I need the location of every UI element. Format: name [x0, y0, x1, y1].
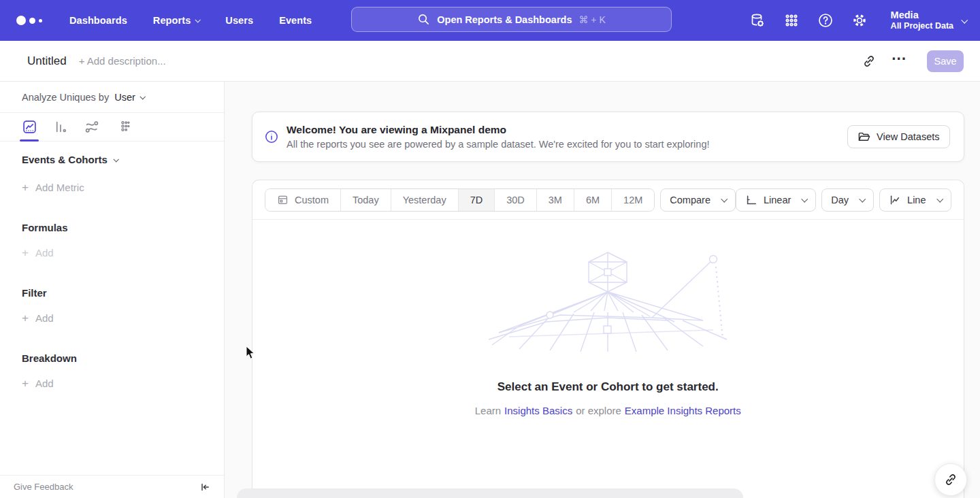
- plus-icon: +: [22, 378, 29, 389]
- global-search-input[interactable]: Open Reports & Dashboards ⌘ + K: [351, 7, 672, 32]
- range-yesterday[interactable]: Yesterday: [391, 189, 458, 211]
- chevron-down-icon: [113, 156, 118, 162]
- search-icon: [417, 13, 430, 26]
- settings-gear-icon[interactable]: [851, 12, 868, 29]
- example-insights-reports-link[interactable]: Example Insights Reports: [625, 405, 741, 416]
- nav-events[interactable]: Events: [279, 15, 312, 26]
- empty-state-title: Select an Event or Cohort to get started…: [497, 380, 719, 394]
- calendar-icon: [277, 194, 289, 205]
- project-name: Media: [891, 9, 953, 21]
- visualization-tabs: [0, 113, 224, 142]
- chevron-down-icon: [936, 196, 943, 203]
- analyze-row: Analyze Uniques by User: [0, 82, 224, 113]
- range-custom[interactable]: Custom: [265, 189, 340, 211]
- banner-title: Welcome! You are viewing a Mixpanel demo: [287, 124, 710, 136]
- banner-subtitle: All the reports you see are powered by a…: [287, 139, 710, 150]
- link-icon: [862, 54, 876, 68]
- empty-state-illustration: [478, 250, 737, 353]
- range-3m[interactable]: 3M: [536, 189, 574, 211]
- add-filter-button[interactable]: +Add: [22, 312, 224, 324]
- line-chart-icon: [889, 194, 901, 206]
- interval-dropdown[interactable]: Day: [821, 188, 874, 212]
- empty-state: Select an Event or Cohort to get started…: [252, 220, 964, 416]
- chevron-down-icon: [195, 17, 201, 22]
- chevron-down-icon: [721, 196, 728, 203]
- range-12m[interactable]: 12M: [611, 189, 654, 211]
- report-description-placeholder[interactable]: + Add description...: [79, 55, 166, 67]
- analyze-label: Analyze Uniques by: [22, 92, 109, 103]
- copy-link-button[interactable]: [858, 50, 881, 73]
- help-icon[interactable]: [817, 12, 834, 29]
- range-7d[interactable]: 7D: [458, 189, 495, 211]
- tab-flows[interactable]: [76, 113, 108, 141]
- formulas-section-title: Formulas: [22, 222, 224, 233]
- add-breakdown-button[interactable]: +Add: [22, 378, 224, 389]
- tab-bar-chart[interactable]: [45, 113, 76, 141]
- chart-controls: Custom Today Yesterday 7D 30D 3M 6M 12M …: [252, 180, 964, 220]
- filter-section-title: Filter: [22, 287, 224, 299]
- plus-icon: +: [22, 312, 29, 324]
- query-builder-sidebar: Analyze Uniques by User Events & Cohorts…: [0, 82, 225, 498]
- compare-dropdown[interactable]: Compare: [660, 188, 736, 212]
- insights-chart-card: Custom Today Yesterday 7D 30D 3M 6M 12M …: [252, 180, 964, 498]
- range-6m[interactable]: 6M: [574, 189, 611, 211]
- breakdown-section-title: Breakdown: [22, 352, 224, 364]
- welcome-banner: Welcome! You are viewing a Mixpanel demo…: [252, 112, 964, 162]
- breakdown-table-sheet[interactable]: [237, 488, 743, 498]
- insights-basics-link[interactable]: Insights Basics: [504, 405, 572, 416]
- events-cohorts-section-title[interactable]: Events & Cohorts: [22, 154, 224, 165]
- project-subtitle: All Project Data: [891, 21, 953, 32]
- sidebar-footer: Give Feedback: [0, 475, 224, 498]
- empty-state-links: Learn Insights Basics or explore Example…: [475, 405, 741, 416]
- scale-dropdown[interactable]: Linear: [736, 188, 816, 212]
- search-shortcut: ⌘ + K: [578, 14, 605, 25]
- tab-segmentation[interactable]: [108, 113, 139, 141]
- report-title[interactable]: Untitled: [27, 54, 67, 68]
- view-datasets-button[interactable]: View Datasets: [847, 125, 949, 148]
- nav-users[interactable]: Users: [225, 15, 253, 26]
- search-placeholder: Open Reports & Dashboards: [437, 14, 572, 25]
- project-selector[interactable]: Media All Project Data: [891, 9, 966, 32]
- range-today[interactable]: Today: [340, 189, 391, 211]
- folder-icon: [858, 131, 870, 144]
- chart-type-dropdown[interactable]: Line: [879, 188, 951, 212]
- give-feedback-link[interactable]: Give Feedback: [14, 482, 73, 492]
- floating-share-link-button[interactable]: [934, 463, 967, 496]
- report-header: Untitled + Add description... ⋯ Save: [0, 41, 980, 82]
- add-formula-button[interactable]: +Add: [22, 247, 224, 259]
- range-30d[interactable]: 30D: [494, 189, 536, 211]
- tab-insights-line[interactable]: [14, 113, 45, 141]
- chevron-down-icon: [140, 94, 145, 99]
- primary-nav: Dashboards Reports Users Events: [69, 15, 312, 26]
- add-metric-button[interactable]: +Add Metric: [22, 182, 224, 193]
- save-button[interactable]: Save: [927, 50, 964, 72]
- ellipsis-icon: ⋯: [892, 59, 907, 64]
- analyze-by-dropdown[interactable]: User: [114, 92, 144, 103]
- data-management-icon[interactable]: [749, 12, 766, 29]
- plus-icon: +: [22, 247, 29, 259]
- top-nav-right: Media All Project Data: [749, 0, 966, 41]
- more-options-button[interactable]: ⋯: [887, 50, 911, 73]
- top-nav: Dashboards Reports Users Events Open Rep…: [0, 0, 980, 41]
- apps-grid-icon[interactable]: [783, 12, 800, 29]
- link-icon: [944, 473, 958, 486]
- mixpanel-logo[interactable]: [16, 16, 42, 25]
- linear-axis-icon: [745, 194, 757, 206]
- chevron-down-icon: [961, 16, 968, 23]
- nav-dashboards[interactable]: Dashboards: [69, 15, 127, 26]
- info-icon: [265, 130, 278, 144]
- chevron-down-icon: [802, 196, 808, 203]
- date-range-picker: Custom Today Yesterday 7D 30D 3M 6M 12M: [265, 188, 655, 212]
- collapse-sidebar-button[interactable]: [199, 482, 210, 493]
- chevron-down-icon: [859, 196, 866, 203]
- plus-icon: +: [22, 182, 29, 193]
- report-canvas: Welcome! You are viewing a Mixpanel demo…: [225, 82, 980, 498]
- nav-reports[interactable]: Reports: [153, 15, 200, 26]
